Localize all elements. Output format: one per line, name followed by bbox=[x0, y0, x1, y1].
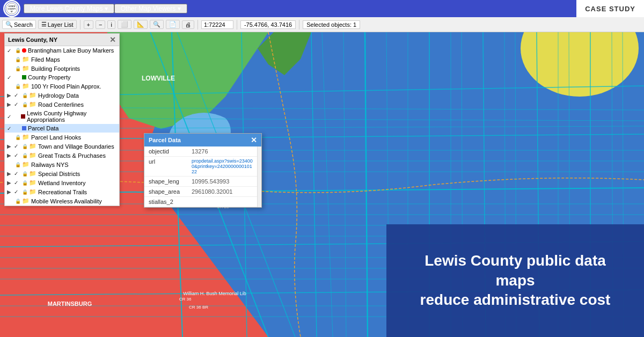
check-icon: ✓ bbox=[7, 75, 13, 80]
layer-group-road[interactable]: ▶ ✓ 🔒 📁 Road Centerlines bbox=[5, 100, 119, 109]
layer-item-wireless[interactable]: 🔒 📁 Mobile Wireless Availability bbox=[5, 196, 119, 206]
layer-item-railways[interactable]: 🔒 📁 Railways NYS bbox=[5, 160, 119, 169]
check-icon: ✓ bbox=[7, 114, 13, 120]
folder-icon: 📁 bbox=[29, 179, 36, 186]
layer-group-trails[interactable]: ▶ ✓ 🔒 📁 Recreational Trails bbox=[5, 187, 119, 196]
expand-icon: ▶ bbox=[7, 92, 12, 98]
separator-3 bbox=[237, 20, 237, 30]
expand-icon: ▶ bbox=[7, 152, 12, 158]
field-value: 10995.543993 bbox=[187, 177, 257, 187]
lock-icon: 🔒 bbox=[22, 93, 27, 98]
layer-group-wetland[interactable]: ▶ ✓ 🔒 📁 Wetland Inventory bbox=[5, 178, 119, 187]
layer-label: Mobile Wireless Availability bbox=[31, 198, 102, 204]
field-key: objectid bbox=[144, 146, 187, 157]
separator-2 bbox=[197, 20, 198, 30]
measure-button[interactable]: 📐 bbox=[134, 20, 148, 29]
layer-label: Town and Village Boundaries bbox=[38, 143, 114, 150]
layer-label: Recreational Trails bbox=[38, 189, 87, 195]
more-maps-button[interactable]: More Lewis County Maps ▾ bbox=[24, 4, 114, 13]
lock-icon: 🔒 bbox=[15, 84, 20, 89]
layer-item-building[interactable]: 🔒 📁 Building Footprints bbox=[5, 64, 119, 73]
layer-label: Hydrology Data bbox=[38, 92, 79, 99]
field-key: shape_area bbox=[144, 187, 187, 197]
check-icon: ✓ bbox=[14, 143, 20, 149]
expand-icon: ▶ bbox=[7, 189, 12, 195]
expand-icon: ▶ bbox=[7, 180, 12, 186]
coordinates-display: -75.4766, 43.7416 bbox=[240, 20, 296, 29]
check-icon: ✓ bbox=[14, 152, 20, 158]
popup-scrollbar[interactable] bbox=[257, 146, 261, 207]
folder-icon: 📁 bbox=[29, 92, 36, 99]
lock-icon: 🔒 bbox=[15, 199, 20, 204]
layer-item-flood[interactable]: 🔒 📁 100 Yr Flood Plain Approx. bbox=[5, 82, 119, 91]
layer-group-great-tracts[interactable]: ▶ ✓ 🔒 📁 Great Tracts & Pruchases bbox=[5, 151, 119, 160]
check-icon: ✓ bbox=[14, 180, 20, 186]
layer-label: Lewis County Highway Appropriations bbox=[27, 110, 117, 123]
parcel-popup: Parcel Data ✕ objectid 13276 url propdet… bbox=[144, 133, 262, 208]
lock-icon: 🔒 bbox=[22, 189, 27, 195]
other-viewers-button[interactable]: Other Map Viewers ▾ bbox=[114, 4, 187, 13]
layer-item-filed-maps[interactable]: 🔒 📁 Filed Maps bbox=[5, 55, 119, 64]
layer-panel-close[interactable]: ✕ bbox=[109, 35, 116, 44]
table-row-objectid: objectid 13276 bbox=[144, 146, 257, 157]
lock-icon: 🔒 bbox=[15, 57, 20, 62]
parcel-popup-close[interactable]: ✕ bbox=[251, 136, 257, 144]
table-row-url: url propdetail.aspx?swis=234000&printkey… bbox=[144, 157, 257, 177]
layer-item-parcel[interactable]: ✓ Parcel Data bbox=[5, 124, 119, 133]
select-button[interactable]: ⬜ bbox=[118, 20, 131, 29]
layer-item-brantingham[interactable]: ✓ 🔒 Brantingham Lake Buoy Markers bbox=[5, 46, 119, 55]
field-key: url bbox=[144, 157, 187, 177]
layer-label: Filed Maps bbox=[31, 56, 60, 63]
layer-label: Wetland Inventory bbox=[38, 180, 85, 186]
lock-icon: 🔒 bbox=[22, 153, 27, 158]
table-row-stiallas: stiallas_2 bbox=[144, 197, 257, 207]
info-button[interactable]: i bbox=[107, 20, 115, 29]
field-value: propdetail.aspx?swis=234000&printkey=242… bbox=[187, 157, 257, 177]
lock-icon: 🔒 bbox=[15, 162, 20, 167]
svg-text:NY: NY bbox=[11, 11, 13, 13]
layer-label: Road Centerlines bbox=[38, 101, 84, 108]
zoom-in-button[interactable]: + bbox=[84, 20, 93, 29]
expand-icon: ▶ bbox=[7, 143, 12, 149]
lock-icon: 🔒 bbox=[22, 102, 27, 107]
scale-display: 1:72224 bbox=[201, 20, 233, 29]
svg-text:CR 36: CR 36 bbox=[179, 297, 192, 302]
folder-icon: 📁 bbox=[29, 101, 36, 108]
layer-label: Parcel Data bbox=[28, 125, 58, 131]
layer-list-button[interactable]: ☰ Layer List bbox=[38, 20, 77, 29]
svg-text:COUNTY: COUNTY bbox=[8, 8, 16, 10]
separator-4 bbox=[299, 20, 299, 30]
topbar: LEWIS COUNTY NY More Lewis County Maps ▾… bbox=[0, 0, 644, 17]
zoom-out-button[interactable]: − bbox=[96, 20, 105, 29]
separator-1 bbox=[80, 20, 80, 30]
selected-objects-display: Selected objects: 1 bbox=[303, 20, 360, 29]
layer-label: Great Tracts & Pruchases bbox=[38, 152, 106, 159]
layer-group-special[interactable]: ▶ ✓ 🔒 📁 Special Districts bbox=[5, 169, 119, 178]
print-button[interactable]: 🖨 bbox=[182, 20, 194, 29]
parcel-data-table: objectid 13276 url propdetail.aspx?swis=… bbox=[144, 146, 257, 207]
layer-label: County Property bbox=[28, 74, 70, 80]
zoom-layer-button[interactable]: 📄 bbox=[166, 20, 180, 29]
svg-text:MARTINSBURG: MARTINSBURG bbox=[48, 301, 92, 307]
layer-item-highway[interactable]: ✓ Lewis County Highway Appropriations bbox=[5, 109, 119, 124]
layer-item-county-prop[interactable]: ✓ County Property bbox=[5, 73, 119, 82]
layer-item-land-hooks[interactable]: 🔒 📁 Parcel Land Hooks bbox=[5, 133, 119, 142]
field-key: shape_leng bbox=[144, 177, 187, 187]
layer-label: Building Footprints bbox=[31, 65, 80, 72]
lock-icon: 🔒 bbox=[22, 180, 27, 186]
logo: LEWIS COUNTY NY bbox=[3, 0, 20, 17]
expand-icon: ▶ bbox=[7, 171, 12, 177]
lock-icon: 🔒 bbox=[22, 144, 27, 149]
layer-panel-header: Lewis County, NY ✕ bbox=[5, 34, 119, 46]
search-button[interactable]: 🔍 Search bbox=[2, 20, 36, 29]
folder-icon: 📁 bbox=[22, 65, 30, 72]
dot-green-icon bbox=[22, 75, 26, 79]
svg-text:William H. Bush Memorial Lib: William H. Bush Memorial Lib bbox=[183, 291, 246, 296]
zoom-extent-button[interactable]: 🔍 bbox=[150, 20, 164, 29]
folder-icon: 📁 bbox=[29, 170, 36, 177]
folder-icon: 📁 bbox=[29, 188, 36, 195]
info-panel: Lewis County public data mapsreduce admi… bbox=[386, 224, 644, 337]
layer-group-hydrology[interactable]: ▶ ✓ 🔒 📁 Hydrology Data bbox=[5, 91, 119, 100]
layer-group-town-village[interactable]: ▶ ✓ 🔒 📁 Town and Village Boundaries bbox=[5, 142, 119, 151]
field-key: stiallas_2 bbox=[144, 197, 187, 207]
